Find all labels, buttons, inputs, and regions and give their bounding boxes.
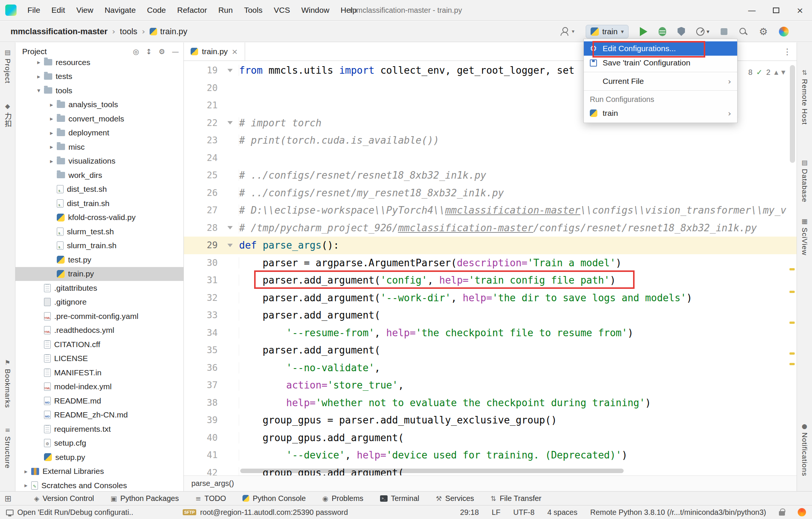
next-issue-icon[interactable]: ▼ [781, 69, 785, 75]
search-everywhere-icon[interactable] [739, 27, 748, 36]
settings-gear-icon[interactable]: ⚙ [759, 27, 768, 36]
breadcrumb-function[interactable]: parse_args() [191, 479, 234, 488]
editor-tab-train-py[interactable]: train.py × [184, 42, 245, 61]
line-number[interactable]: 35 [184, 345, 221, 355]
warning-stripe-mark[interactable] [789, 268, 795, 270]
status-item-remote-python-3-8-10-r-t-miniconda3-bin-python3[interactable]: Remote Python 3.8.10 (/r...t/miniconda3/… [590, 508, 766, 517]
tree-row-readme-zh-cn-md[interactable]: README_zh-CN.md [15, 408, 183, 422]
line-number[interactable]: 20 [184, 83, 221, 93]
tree-row-dist-test-sh[interactable]: dist_test.sh [15, 182, 183, 197]
line-number[interactable]: 39 [184, 415, 221, 425]
run-button[interactable] [640, 27, 647, 36]
code-line[interactable]: 24 [184, 149, 797, 167]
popup-item-edit-configurations[interactable]: ⚙ Edit Configurations... [584, 41, 737, 56]
tree-row-gitignore[interactable]: .gitignore [15, 295, 183, 310]
toolwindow-button-python-packages[interactable]: ▣ Python Packages [111, 494, 179, 503]
inspections-widget[interactable]: 8 ✓ 2 ▲▼ [746, 67, 788, 77]
tree-row-setup-py[interactable]: setup.py [15, 450, 183, 464]
code-line[interactable]: 35 parser.add_argument( [184, 341, 797, 359]
chevron-icon[interactable]: ▸ [21, 482, 31, 489]
code-line[interactable]: 39 group_gpus = parser.add_mutually_excl… [184, 411, 797, 429]
chevron-icon[interactable]: ▸ [33, 59, 44, 66]
run-configuration-selector[interactable]: train ▾ [586, 25, 629, 38]
breadcrumb-item-mmclassification-master[interactable]: mmclassification-master [11, 27, 108, 36]
status-item-29-18[interactable]: 29:18 [460, 508, 479, 517]
code-line[interactable]: 26 # ../configs/resnet/my_resnet18_8xb32… [184, 184, 797, 202]
code-line[interactable]: 41 '--device', help='device used for tra… [184, 446, 797, 464]
tree-row-gitattributes[interactable]: .gitattributes [15, 281, 183, 295]
breadcrumb-item-tools[interactable]: tools [120, 27, 137, 36]
locate-file-icon[interactable]: ◎ [133, 47, 139, 56]
menu-item-file[interactable]: File [22, 0, 46, 20]
tree-row-setup-cfg[interactable]: setup.cfg [15, 436, 183, 451]
line-number[interactable]: 27 [184, 205, 221, 215]
line-number[interactable]: 22 [184, 118, 221, 128]
tree-row-license[interactable]: LICENSE [15, 352, 183, 366]
tree-row-readme-md[interactable]: README.md [15, 394, 183, 408]
stripe-button-structure[interactable]: ≡ Structure [3, 426, 12, 469]
line-number[interactable]: 32 [184, 293, 221, 303]
chevron-icon[interactable]: ▾ [33, 87, 44, 94]
tree-row-citation-cff[interactable]: CITATION.cff [15, 337, 183, 352]
line-number[interactable]: 28 [184, 223, 221, 233]
tool-window-switcher-icon[interactable]: ⊞ [5, 494, 11, 503]
tab-options-kebab-icon[interactable]: ⋮ [783, 47, 791, 56]
tree-row-pre-commit-config-yaml[interactable]: .pre-commit-config.yaml [15, 309, 183, 323]
fold-icon[interactable] [221, 244, 239, 247]
toolwindow-button-terminal[interactable]: >_ Terminal [380, 494, 420, 503]
tree-row-manifest-in[interactable]: MANIFEST.in [15, 366, 183, 380]
code-line[interactable]: 30 parser = argparse.ArgumentParser(desc… [184, 254, 797, 272]
tree-row-readthedocs-yml[interactable]: .readthedocs.yml [15, 323, 183, 338]
tree-row-deployment[interactable]: ▸ deployment [15, 126, 183, 140]
ide-plugin-icon[interactable] [779, 27, 789, 36]
menu-item-view[interactable]: View [71, 0, 99, 20]
toolwindow-button-file-transfer[interactable]: ⇅ File Transfer [491, 494, 541, 503]
warning-stripe-mark[interactable] [789, 352, 795, 355]
line-number[interactable]: 34 [184, 328, 221, 338]
lock-icon[interactable] [779, 511, 785, 516]
status-item-utf-8[interactable]: UTF-8 [513, 508, 535, 517]
fold-icon[interactable] [221, 121, 239, 124]
line-number[interactable]: 38 [184, 398, 221, 408]
toolwindow-button-todo[interactable]: ≡ TODO [195, 494, 226, 503]
stop-button[interactable] [721, 28, 727, 35]
status-item-lf[interactable]: LF [492, 508, 500, 517]
line-number[interactable]: 23 [184, 135, 221, 146]
code-line[interactable]: 40 group_gpus.add_argument( [184, 429, 797, 447]
warning-stripe-mark[interactable] [789, 291, 795, 293]
tree-row-dist-train-sh[interactable]: dist_train.sh [15, 196, 183, 211]
warning-stripe-mark[interactable] [789, 322, 795, 324]
tree-row-slurm-train-sh[interactable]: slurm_train.sh [15, 239, 183, 253]
code-editor[interactable]: 19 from mmcls.utils import collect_env, … [184, 61, 797, 475]
chevron-icon[interactable]: ▸ [46, 115, 57, 122]
code-line[interactable]: 29 def parse_args(): [184, 237, 797, 254]
tree-row-tests[interactable]: ▸ tests [15, 70, 183, 84]
chevron-icon[interactable]: ▸ [46, 158, 57, 165]
code-line[interactable]: 27 # D:\\eclipse-workspace\\PyTorch4\\mm… [184, 202, 797, 219]
popup-item-train[interactable]: train › [584, 106, 737, 120]
close-button[interactable]: × [788, 0, 812, 21]
prev-issue-icon[interactable]: ▲ [774, 69, 778, 75]
tree-row-test-py[interactable]: test.py [15, 253, 183, 267]
tree-row-work-dirs[interactable]: work_dirs [15, 168, 183, 182]
code-line[interactable]: 23 # print(torch.cuda.is_available()) [184, 132, 797, 149]
profiler-button[interactable]: ▾ [696, 27, 709, 36]
tab-close-icon[interactable]: × [232, 47, 238, 56]
line-number[interactable]: 19 [184, 65, 221, 76]
fold-icon[interactable] [221, 226, 239, 229]
tree-row-kfold-cross-valid-py[interactable]: kfold-cross-valid.py [15, 211, 183, 225]
hide-panel-icon[interactable]: — [172, 47, 179, 56]
chevron-icon[interactable]: ▸ [46, 101, 57, 108]
remote-connection-status[interactable]: SFTP root@region-11.autodl.com:25390 pas… [183, 508, 348, 517]
minimize-button[interactable]: — [740, 0, 764, 21]
stripe-button-bookmarks[interactable]: ⚑ Bookmarks [3, 359, 12, 408]
tree-row-slurm-test-sh[interactable]: slurm_test.sh [15, 225, 183, 239]
toolwindow-button-python-console[interactable]: Python Console [242, 494, 306, 503]
chevron-icon[interactable]: ▸ [21, 468, 31, 475]
status-item-4-spaces[interactable]: 4 spaces [547, 508, 577, 517]
stripe-button-remote-host[interactable]: ⇅ Remote Host [800, 69, 809, 125]
chevron-icon[interactable]: ▸ [46, 143, 57, 150]
tree-row-scratches-and-consoles[interactable]: ▸ Scratches and Consoles [15, 478, 183, 491]
stripe-button-project[interactable]: ▤ Project [3, 49, 12, 83]
tree-row-train-py[interactable]: train.py [15, 267, 183, 281]
